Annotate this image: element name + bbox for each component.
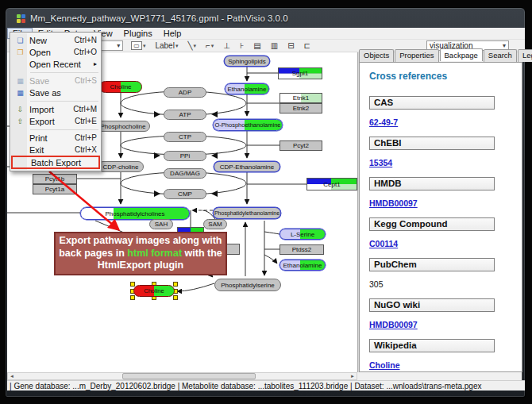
- chevron-down-icon[interactable]: ▾: [193, 43, 196, 49]
- open-folder-icon: ❐: [13, 48, 27, 56]
- selection-handle[interactable]: [173, 282, 178, 287]
- menu-item-print[interactable]: Print Ctrl+P: [11, 132, 100, 144]
- metabolite-node-dag-mag[interactable]: DAG/MAG: [164, 168, 206, 179]
- tab-search[interactable]: Search: [484, 49, 517, 62]
- metabolite-node-ethanolamine-2[interactable]: Ethanolamine: [279, 260, 326, 271]
- tab-properties[interactable]: Properties: [395, 49, 438, 62]
- metabolite-node-o-phosphoethanolamine[interactable]: O-Phosphoethanolamine: [213, 119, 283, 131]
- tab-backpage[interactable]: Backpage: [440, 48, 483, 61]
- connector-tool-button[interactable]: ⌐ ▾: [204, 41, 215, 50]
- metabolite-node-sphingolipids[interactable]: Sphingolipids: [224, 56, 270, 67]
- crossref-header: HMDB: [369, 177, 495, 190]
- metabolite-node-choline-selected[interactable]: Choline: [133, 285, 175, 297]
- crossref-link[interactable]: 62-49-7: [369, 117, 398, 127]
- menu-item-export[interactable]: ⇧ Export Ctrl+E: [11, 115, 100, 127]
- metabolite-node-phosphatidylserine[interactable]: Phosphatidylserine: [214, 279, 281, 291]
- align-edges-button[interactable]: ⊟: [286, 41, 295, 50]
- label-tool-button[interactable]: Label ▾: [153, 41, 179, 50]
- metabolite-node-ethanolamine[interactable]: Ethanolamine: [225, 83, 269, 94]
- gene-node-sgpl1[interactable]: Sgpl1: [278, 67, 322, 79]
- menu-item-open-recent[interactable]: Open Recent ▸: [11, 58, 100, 70]
- metabolite-node-ctp[interactable]: CTP: [164, 132, 206, 142]
- metabolite-node-phosphocholine[interactable]: Phosphocholine: [96, 121, 150, 132]
- metabolite-node-sam[interactable]: SAM: [203, 219, 227, 229]
- gene-node-pcyt1b[interactable]: Pcyt1b: [33, 174, 77, 184]
- menu-shortcut: Ctrl+P: [75, 133, 97, 142]
- selection-handle[interactable]: [173, 295, 178, 300]
- menu-item-import[interactable]: ⇩ Import Ctrl+M: [11, 103, 100, 115]
- metabolite-node-ppi[interactable]: PPi: [164, 151, 206, 161]
- metabolite-node-l-serine[interactable]: L-Serine: [279, 229, 326, 240]
- crossref-link[interactable]: Choline: [369, 360, 400, 370]
- crossrefs-heading: Cross references: [369, 71, 522, 82]
- stack-columns-button[interactable]: ▥: [269, 41, 279, 50]
- set-size-button[interactable]: ⊏: [303, 41, 312, 50]
- scroll-left-icon[interactable]: ◄: [8, 373, 16, 379]
- menu-help[interactable]: Help: [158, 28, 187, 39]
- tab-legend[interactable]: Legend: [518, 49, 532, 62]
- menu-item-batch-export[interactable]: Batch Export: [11, 156, 100, 169]
- metabolite-node-choline[interactable]: Choline: [99, 81, 142, 93]
- datanode-tool-button[interactable]: ▭ ▾: [129, 41, 147, 50]
- scrollbar-thumb[interactable]: [122, 373, 256, 379]
- chevron-down-icon[interactable]: ▾: [143, 43, 146, 49]
- metabolite-node-phosphatidylcholines[interactable]: Phosphatidylcholines: [80, 207, 190, 220]
- align-edges-icon: ⊟: [287, 41, 294, 50]
- crossref-link[interactable]: HMDB00097: [369, 198, 418, 208]
- scrollbar-track[interactable]: [16, 373, 349, 379]
- chevron-down-icon[interactable]: ▾: [117, 42, 120, 49]
- canvas-hscrollbar[interactable]: ◄ ►: [7, 372, 357, 380]
- import-icon: ⇩: [13, 106, 27, 114]
- chevron-down-icon[interactable]: ▾: [175, 43, 179, 49]
- align-center-vertical-button[interactable]: ⊥: [222, 41, 232, 50]
- file-menu-popup: ❏ New Ctrl+N ❐ Open Ctrl+O Open Recent ▸…: [10, 32, 102, 171]
- gene-node-pcyt2[interactable]: Pcyt2: [279, 140, 322, 151]
- metabolite-node-cdp-choline[interactable]: CDP-choline: [98, 161, 144, 172]
- gene-node-ptdss2[interactable]: Ptdss2: [279, 244, 324, 255]
- menu-item-new[interactable]: ❏ New Ctrl+N: [11, 34, 100, 46]
- menu-item-label: Save as: [27, 88, 97, 98]
- menu-item-label: Batch Export: [29, 158, 95, 167]
- metabolite-node-phosphatidylethanolamine[interactable]: Phosphatidylethanolamine: [213, 207, 281, 219]
- selection-handle[interactable]: [130, 282, 135, 287]
- stack-rows-icon: ▤: [253, 41, 260, 50]
- crossref-value: 305: [369, 279, 384, 289]
- line-tool-button[interactable]: ╲ ▾: [186, 41, 198, 50]
- stack-rows-button[interactable]: ▤: [252, 41, 262, 50]
- gene-node-cept1[interactable]: Cept1: [306, 178, 357, 190]
- crossref-link[interactable]: HMDB00097: [369, 320, 418, 329]
- metabolite-node-adp[interactable]: ADP: [164, 87, 206, 98]
- menu-item-save-as[interactable]: ▦ Save as: [11, 87, 100, 98]
- crossref-link[interactable]: C00114: [369, 239, 398, 248]
- menu-item-open[interactable]: ❐ Open Ctrl+O: [11, 46, 100, 58]
- line-icon: ╲: [187, 41, 192, 50]
- align-center-horizontal-button[interactable]: ⊦: [238, 41, 245, 50]
- menu-shortcut: Ctrl+X: [75, 145, 97, 154]
- metabolite-node-sah[interactable]: SAH: [149, 219, 173, 229]
- stack-columns-icon: ▥: [271, 41, 278, 50]
- menu-item-label: Save: [27, 76, 75, 86]
- chevron-down-icon[interactable]: ▾: [211, 43, 214, 49]
- export-icon: ⇧: [13, 117, 27, 125]
- metabolite-node-atp[interactable]: ATP: [164, 110, 206, 120]
- selection-handle[interactable]: [130, 295, 135, 300]
- menu-plugins[interactable]: Plugins: [118, 28, 158, 39]
- metabolite-node-cmp[interactable]: CMP: [164, 189, 206, 199]
- gene-node-etnk1[interactable]: Etnk1: [279, 93, 322, 103]
- selected-node-choline[interactable]: Choline: [133, 285, 175, 297]
- title-bar[interactable]: Mm_Kennedy_pathway_WP1771_45176.gpml - P…: [6, 8, 525, 29]
- scroll-right-icon[interactable]: ►: [349, 373, 357, 379]
- tab-objects[interactable]: Objects: [359, 49, 394, 62]
- gene-node-etnk2[interactable]: Etnk2: [279, 103, 322, 114]
- crossref-header: PubChem: [369, 258, 495, 271]
- crossref-link[interactable]: 15354: [369, 158, 392, 167]
- menu-item-save[interactable]: ▦ Save Ctrl+S: [11, 75, 100, 87]
- callout-highlight: html format: [127, 248, 182, 259]
- chevron-down-icon[interactable]: ▾: [503, 42, 506, 49]
- label-icon: Label: [155, 41, 174, 50]
- menu-item-label: Export: [27, 117, 75, 126]
- gene-node-pcyt1a[interactable]: Pcyt1a: [33, 184, 77, 194]
- metabolite-node-cdp-ethanolamine[interactable]: CDP-Ethanolamine: [214, 161, 280, 172]
- menu-item-exit[interactable]: Exit Ctrl+X: [11, 144, 100, 156]
- app-icon: [17, 14, 25, 23]
